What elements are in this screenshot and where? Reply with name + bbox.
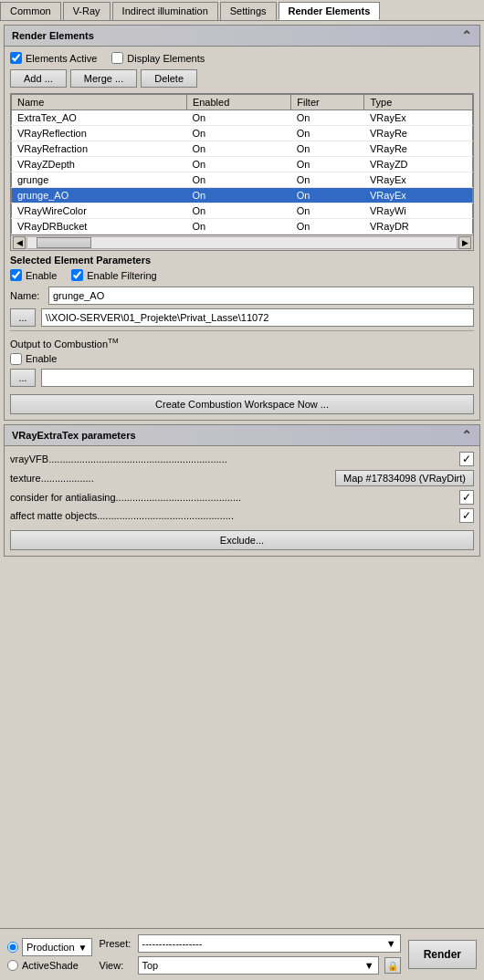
create-combustion-button[interactable]: Create Combustion Workspace Now ...: [10, 394, 474, 414]
lock-button[interactable]: 🔒: [384, 957, 401, 974]
combustion-enable-checkbox[interactable]: [10, 353, 22, 365]
vray-param-label: consider for antialiasing...............…: [10, 492, 459, 503]
table-body: ExtraTex_AOOnOnVRayExVRayReflectionOnOnV…: [12, 110, 473, 235]
combustion-enable-label[interactable]: Enable: [10, 353, 474, 365]
display-elements-checkbox[interactable]: [111, 52, 123, 64]
cell-enabled: On: [186, 203, 290, 219]
enable-filtering-text: Enable Filtering: [87, 270, 156, 281]
combustion-path-row: ...: [10, 369, 474, 387]
table-row[interactable]: grunge_AOOnOnVRayEx: [12, 188, 473, 203]
tab-vray[interactable]: V-Ray: [63, 2, 110, 20]
activeshade-label: ActiveShade: [22, 960, 79, 971]
vray-param-checkbox[interactable]: [459, 508, 474, 523]
cell-enabled: On: [186, 219, 290, 235]
vray-params-title: VRayExtraTex parameters: [12, 430, 136, 441]
table-row[interactable]: grungeOnOnVRayEx: [12, 172, 473, 188]
vray-param-checkbox[interactable]: [459, 490, 474, 505]
cell-name: VRayZDepth: [12, 157, 187, 172]
enable-label[interactable]: Enable: [10, 269, 57, 281]
col-filter: Filter: [291, 95, 364, 110]
cell-name: VRayRefraction: [12, 141, 187, 157]
combustion-browse-button[interactable]: ...: [10, 369, 36, 387]
table-row[interactable]: VRayDRBucketOnOnVRayDR: [12, 219, 473, 235]
tab-render-elements[interactable]: Render Elements: [279, 2, 381, 20]
table-header-row: Name Enabled Filter Type: [12, 95, 473, 110]
selected-checkboxes: Enable Enable Filtering: [10, 269, 474, 281]
preset-row: Preset: ------------------ ▼: [100, 934, 401, 953]
view-value: Top: [142, 960, 159, 971]
activeshade-radio[interactable]: [7, 960, 18, 971]
scroll-thumb[interactable]: [37, 237, 91, 248]
bottom-bar: Production ▼ ActiveShade Preset: -------…: [0, 928, 484, 980]
path-input[interactable]: [41, 308, 474, 327]
vray-map-button[interactable]: Map #17834098 (VRayDirt): [335, 470, 474, 486]
view-dropdown[interactable]: Top ▼: [138, 956, 379, 975]
name-input[interactable]: [48, 287, 474, 305]
combustion-enable-text: Enable: [26, 353, 57, 364]
cell-filter: On: [291, 219, 364, 235]
cell-name: grunge_AO: [12, 188, 187, 203]
exclude-button[interactable]: Exclude...: [10, 530, 474, 550]
vray-params-body: vrayVFB.................................…: [5, 446, 479, 556]
table-row[interactable]: VRayRefractionOnOnVRayRe: [12, 141, 473, 157]
tab-common[interactable]: Common: [0, 2, 61, 20]
table-row[interactable]: VRayZDepthOnOnVRayZD: [12, 157, 473, 172]
selected-element-params: Selected Element Parameters Enable Enabl…: [10, 255, 474, 327]
scroll-track[interactable]: [26, 236, 458, 249]
elements-active-checkbox[interactable]: [10, 52, 22, 64]
cell-name: VRayWireColor: [12, 203, 187, 219]
elements-active-label[interactable]: Elements Active: [10, 52, 97, 64]
path-row: ...: [10, 308, 474, 327]
path-browse-button[interactable]: ...: [10, 308, 36, 327]
col-type: Type: [364, 95, 473, 110]
vray-param-checkbox[interactable]: [459, 452, 474, 466]
render-elements-header: Render Elements ⌃: [5, 26, 479, 47]
display-elements-label[interactable]: Display Elements: [111, 52, 205, 64]
table-row[interactable]: ExtraTex_AOOnOnVRayEx: [12, 110, 473, 126]
production-label: Production: [26, 942, 75, 953]
enable-checkbox[interactable]: [10, 269, 22, 281]
cell-type: VRayEx: [364, 172, 473, 188]
vray-collapse-icon[interactable]: ⌃: [461, 428, 472, 443]
tab-settings[interactable]: Settings: [220, 2, 277, 20]
scroll-left-btn[interactable]: ◀: [13, 236, 26, 249]
cell-type: VRayWi: [364, 203, 473, 219]
enable-filtering-checkbox[interactable]: [71, 269, 83, 281]
preset-value: ------------------: [142, 938, 203, 949]
name-label: Name:: [10, 290, 43, 301]
add-button[interactable]: Add ...: [10, 69, 67, 88]
tab-indirect[interactable]: Indirect illumination: [112, 2, 218, 20]
render-elements-title: Render Elements: [12, 30, 94, 41]
view-row: View: Top ▼ 🔒: [100, 956, 401, 975]
elements-table-scroll[interactable]: Name Enabled Filter Type ExtraTex_AOOnOn…: [11, 94, 473, 235]
col-name: Name: [12, 95, 187, 110]
production-dropdown[interactable]: Production ▼: [22, 938, 92, 956]
action-buttons: Add ... Merge ... Delete: [10, 69, 474, 88]
vray-params-header: VRayExtraTex parameters ⌃: [5, 425, 479, 446]
elements-table: Name Enabled Filter Type ExtraTex_AOOnOn…: [11, 94, 473, 235]
delete-button[interactable]: Delete: [141, 69, 197, 88]
table-row[interactable]: VRayWireColorOnOnVRayWi: [12, 203, 473, 219]
combustion-section: Output to CombustionTM Enable ... Create…: [10, 330, 474, 414]
collapse-icon[interactable]: ⌃: [461, 28, 472, 43]
cell-filter: On: [291, 157, 364, 172]
render-button[interactable]: Render: [408, 940, 477, 969]
merge-button[interactable]: Merge ...: [70, 69, 137, 88]
preset-arrow: ▼: [386, 938, 396, 949]
activeshade-row: ActiveShade: [7, 960, 92, 971]
vray-param-row: vrayVFB.................................…: [10, 452, 474, 466]
cell-enabled: On: [186, 141, 290, 157]
combustion-path-input[interactable]: [41, 369, 474, 387]
cell-type: VRayRe: [364, 126, 473, 141]
scroll-right-btn[interactable]: ▶: [458, 236, 471, 249]
cell-type: VRayEx: [364, 188, 473, 203]
name-row: Name:: [10, 287, 474, 305]
production-radio[interactable]: [7, 942, 18, 953]
preset-dropdown[interactable]: ------------------ ▼: [138, 934, 401, 953]
enable-filtering-label[interactable]: Enable Filtering: [71, 269, 156, 281]
combustion-superscript: TM: [108, 337, 119, 345]
horizontal-scrollbar[interactable]: ◀ ▶: [11, 235, 473, 250]
elements-active-text: Elements Active: [26, 53, 97, 64]
table-row[interactable]: VRayReflectionOnOnVRayRe: [12, 126, 473, 141]
checkbox-row: Elements Active Display Elements: [10, 52, 474, 64]
